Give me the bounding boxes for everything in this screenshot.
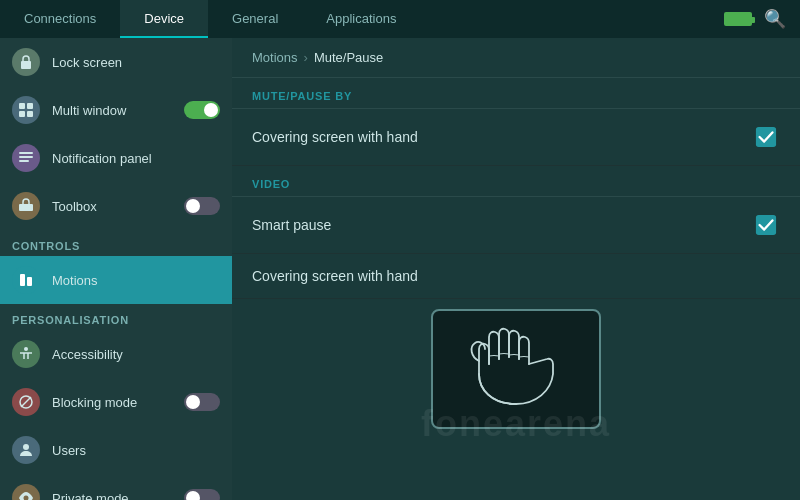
sidebar-item-private-mode[interactable]: Private mode (0, 474, 232, 500)
content-body: MUTE/PAUSE BY Covering screen with hand … (232, 78, 800, 500)
covering-screen-hand-check-1[interactable] (752, 123, 780, 151)
svg-rect-0 (21, 61, 31, 69)
breadcrumb-parent[interactable]: Motions (252, 50, 298, 65)
svg-point-11 (24, 347, 28, 351)
content-area: Motions › Mute/Pause MUTE/PAUSE BY Cover… (232, 38, 800, 500)
blocking-mode-label: Blocking mode (52, 395, 172, 410)
motions-label: Motions (52, 273, 220, 288)
smart-pause-check[interactable] (752, 211, 780, 239)
controls-section-header: CONTROLS (0, 230, 232, 256)
svg-line-13 (21, 397, 31, 407)
sidebar-item-users[interactable]: Users (0, 426, 232, 474)
lock-screen-icon (12, 48, 40, 76)
search-button[interactable]: 🔍 (760, 4, 790, 34)
sidebar-item-accessibility[interactable]: Accessibility (0, 330, 232, 378)
mute-pause-section-title: MUTE/PAUSE BY (232, 78, 800, 109)
covering-screen-hand-label-1: Covering screen with hand (252, 129, 752, 145)
svg-rect-6 (19, 156, 33, 158)
battery-indicator (724, 12, 752, 26)
sidebar-item-toolbox[interactable]: Toolbox (0, 182, 232, 230)
lock-screen-label: Lock screen (52, 55, 220, 70)
toggle-knob (186, 491, 200, 500)
private-mode-label: Private mode (52, 491, 172, 501)
sidebar-item-multi-window[interactable]: Multi window (0, 86, 232, 134)
tab-general[interactable]: General (208, 0, 302, 38)
blocking-mode-toggle[interactable] (184, 393, 220, 411)
sidebar-item-blocking-mode[interactable]: Blocking mode (0, 378, 232, 426)
svg-rect-5 (19, 152, 33, 154)
toggle-knob (204, 103, 218, 117)
covering-screen-hand-row-2[interactable]: Covering screen with hand (232, 254, 800, 299)
tab-device[interactable]: Device (120, 0, 208, 38)
video-section-title: VIDEO (232, 166, 800, 197)
smart-pause-label: Smart pause (252, 217, 752, 233)
svg-rect-2 (27, 103, 33, 109)
breadcrumb: Motions › Mute/Pause (232, 38, 800, 78)
svg-rect-3 (19, 111, 25, 117)
svg-point-14 (23, 444, 29, 450)
toolbox-label: Toolbox (52, 199, 172, 214)
svg-rect-4 (27, 111, 33, 117)
tab-connections[interactable]: Connections (0, 0, 120, 38)
nav-right-area: 🔍 (724, 0, 800, 38)
users-icon (12, 436, 40, 464)
sidebar-item-lock-screen[interactable]: Lock screen (0, 38, 232, 86)
toggle-knob (186, 199, 200, 213)
personalisation-section-header: PERSONALISATION (0, 304, 232, 330)
private-mode-icon (12, 484, 40, 500)
battery-icon (724, 12, 752, 26)
svg-rect-10 (27, 277, 32, 286)
users-label: Users (52, 443, 220, 458)
notification-panel-icon (12, 144, 40, 172)
accessibility-icon (12, 340, 40, 368)
main-layout: Lock screen Multi window (0, 38, 800, 500)
svg-rect-1 (19, 103, 25, 109)
multi-window-toggle[interactable] (184, 101, 220, 119)
breadcrumb-separator: › (304, 50, 308, 65)
motions-icon (12, 266, 40, 294)
smart-pause-row[interactable]: Smart pause (232, 197, 800, 254)
sidebar-item-notification-panel[interactable]: Notification panel (0, 134, 232, 182)
hand-illustration (431, 309, 601, 429)
private-mode-toggle[interactable] (184, 489, 220, 500)
notification-panel-label: Notification panel (52, 151, 220, 166)
sidebar-item-motions[interactable]: Motions (0, 256, 232, 304)
sidebar: Lock screen Multi window (0, 38, 232, 500)
covering-screen-hand-label-2: Covering screen with hand (252, 268, 780, 284)
accessibility-label: Accessibility (52, 347, 220, 362)
multi-window-label: Multi window (52, 103, 172, 118)
illustration-area: fonearena (232, 299, 800, 449)
covering-screen-hand-row-1[interactable]: Covering screen with hand (232, 109, 800, 166)
svg-rect-9 (20, 274, 25, 286)
toolbox-icon (12, 192, 40, 220)
top-navigation: Connections Device General Applications … (0, 0, 800, 38)
toggle-knob (186, 395, 200, 409)
toolbox-toggle[interactable] (184, 197, 220, 215)
svg-rect-7 (19, 160, 29, 162)
blocking-mode-icon (12, 388, 40, 416)
breadcrumb-current: Mute/Pause (314, 50, 383, 65)
tab-applications[interactable]: Applications (302, 0, 420, 38)
svg-rect-8 (19, 204, 33, 211)
multi-window-icon (12, 96, 40, 124)
